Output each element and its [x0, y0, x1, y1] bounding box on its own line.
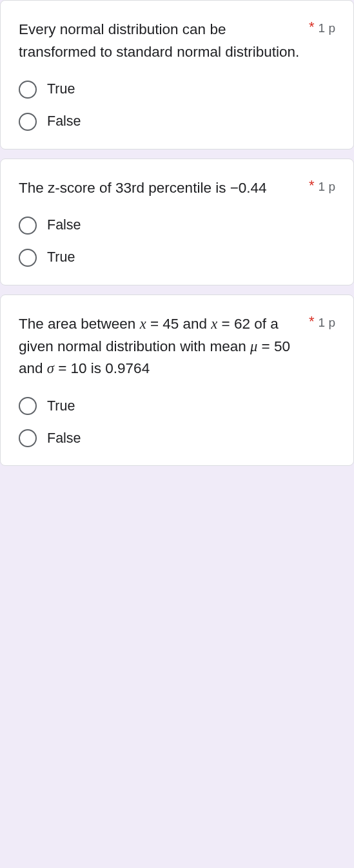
option-label: True: [47, 249, 75, 265]
options-group: True False: [19, 397, 335, 447]
question-header: The area between x = 45 and x = 62 of a …: [19, 313, 335, 381]
math-var: μ: [250, 338, 257, 354]
question-text: The area between x = 45 and x = 62 of a …: [19, 313, 305, 381]
math-var: x: [211, 316, 217, 332]
radio-icon: [19, 113, 37, 131]
required-marker: *: [309, 177, 315, 194]
question-text: The z-score of 33rd percentile is −0.44: [19, 177, 305, 200]
qtext-part: = 45 and: [146, 316, 211, 332]
question-card: Every normal distribution can be transfo…: [0, 0, 354, 149]
radio-icon: [19, 397, 37, 415]
radio-option-true[interactable]: True: [19, 397, 335, 415]
radio-option-false[interactable]: False: [19, 113, 335, 131]
radio-icon: [19, 429, 37, 447]
radio-icon: [19, 217, 37, 235]
question-card: The z-score of 33rd percentile is −0.44 …: [0, 159, 354, 285]
points-label: 1 p: [319, 19, 335, 38]
math-var: x: [140, 316, 146, 332]
options-group: True False: [19, 81, 335, 131]
question-card: The area between x = 45 and x = 62 of a …: [0, 294, 354, 467]
question-text: Every normal distribution can be transfo…: [19, 19, 305, 64]
required-marker: *: [309, 313, 315, 330]
question-header: The z-score of 33rd percentile is −0.44 …: [19, 177, 335, 200]
qtext-part: = 10 is 0.9764: [54, 360, 150, 376]
question-header: Every normal distribution can be transfo…: [19, 19, 335, 64]
option-label: False: [47, 217, 81, 233]
option-label: True: [47, 398, 75, 414]
radio-option-true[interactable]: True: [19, 81, 335, 99]
points-label: 1 p: [319, 177, 335, 197]
points-label: 1 p: [319, 313, 335, 333]
qtext-part: The area between: [19, 316, 140, 332]
radio-option-true[interactable]: True: [19, 249, 335, 267]
radio-option-false[interactable]: False: [19, 217, 335, 235]
required-marker: *: [309, 19, 315, 35]
radio-icon: [19, 81, 37, 99]
math-var: σ: [47, 360, 54, 376]
radio-icon: [19, 249, 37, 267]
options-group: False True: [19, 217, 335, 267]
radio-option-false[interactable]: False: [19, 429, 335, 447]
option-label: False: [47, 430, 81, 447]
option-label: False: [47, 113, 81, 130]
option-label: True: [47, 81, 75, 97]
